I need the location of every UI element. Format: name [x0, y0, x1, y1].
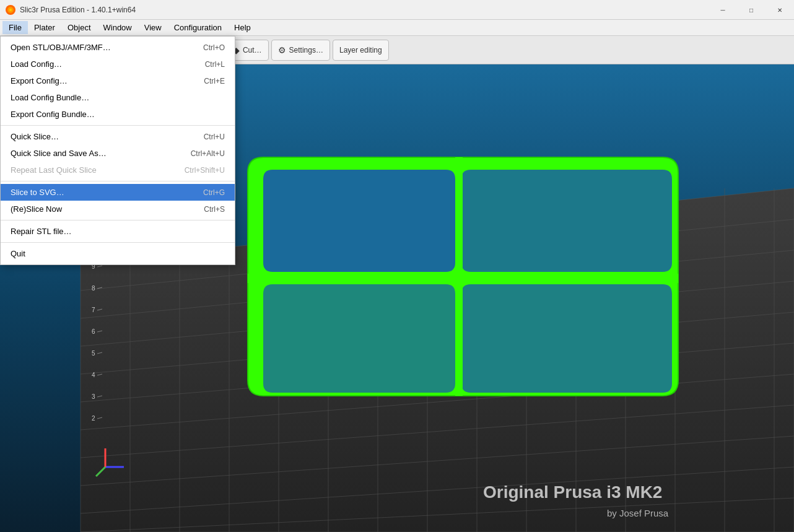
dropdown-quick-slice[interactable]: Quick Slice… Ctrl+U: [1, 128, 235, 145]
svg-rect-33: [248, 274, 678, 283]
dropdown-repeat-quick-slice: Repeat Last Quick Slice Ctrl+Shift+U: [1, 162, 235, 178]
close-button[interactable]: ✕: [766, 0, 794, 20]
dropdown-quit[interactable]: Quit: [1, 245, 235, 262]
menu-object[interactable]: Object: [61, 21, 97, 34]
dropdown-load-config[interactable]: Load Config… Ctrl+L: [1, 56, 235, 72]
svg-text:2: 2: [92, 415, 95, 422]
maximize-button[interactable]: □: [737, 0, 766, 20]
svg-rect-34: [455, 157, 463, 396]
window-title: Slic3r Prusa Edition - 1.40.1+win64: [20, 6, 136, 14]
svg-text:6: 6: [92, 328, 95, 335]
svg-text:7: 7: [92, 307, 95, 313]
layer-editing-label: Layer editing: [339, 46, 382, 55]
svg-text:by Josef Prusa: by Josef Prusa: [607, 508, 669, 518]
menu-configuration[interactable]: Configuration: [168, 21, 228, 34]
dropdown-open-stl[interactable]: Open STL/OBJ/AMF/3MF… Ctrl+O: [1, 39, 235, 56]
minimize-button[interactable]: ─: [709, 0, 737, 20]
menu-bar: File Plater Object Window View Configura…: [0, 20, 794, 36]
svg-text:8: 8: [92, 285, 95, 292]
dropdown-quick-slice-save[interactable]: Quick Slice and Save As… Ctrl+Alt+U: [1, 145, 235, 162]
svg-text:5: 5: [92, 350, 95, 357]
window-controls: ─ □ ✕: [709, 0, 794, 20]
file-dropdown: Open STL/OBJ/AMF/3MF… Ctrl+O Load Config…: [0, 36, 235, 265]
dropdown-repair-stl[interactable]: Repair STL file…: [1, 223, 235, 240]
menu-plater[interactable]: Plater: [28, 21, 61, 34]
svg-text:4: 4: [92, 372, 95, 378]
dropdown-sep-2: [1, 181, 235, 181]
dropdown-sep-4: [1, 242, 235, 243]
dropdown-export-config-bundle[interactable]: Export Config Bundle…: [1, 106, 235, 123]
svg-text:Original Prusa i3 MK2: Original Prusa i3 MK2: [483, 482, 662, 502]
layer-editing-button[interactable]: Layer editing: [333, 40, 389, 61]
settings-icon: ⚙: [278, 45, 286, 55]
dropdown-export-config[interactable]: Export Config… Ctrl+E: [1, 72, 235, 89]
dropdown-slice-to-svg[interactable]: Slice to SVG… Ctrl+G: [1, 184, 235, 201]
menu-view[interactable]: View: [138, 21, 168, 34]
menu-help[interactable]: Help: [228, 21, 257, 34]
svg-text:3: 3: [92, 393, 95, 400]
menu-file[interactable]: File: [2, 21, 28, 34]
svg-point-2: [9, 9, 12, 11]
dropdown-load-config-bundle[interactable]: Load Config Bundle…: [1, 89, 235, 106]
dropdown-reslice-now[interactable]: (Re)Slice Now Ctrl+S: [1, 201, 235, 217]
title-bar: Slic3r Prusa Edition - 1.40.1+win64 ─ □ …: [0, 0, 794, 20]
dropdown-sep-1: [1, 125, 235, 126]
menu-window[interactable]: Window: [97, 21, 138, 34]
settings-button[interactable]: ⚙ Settings…: [271, 40, 330, 61]
dropdown-sep-3: [1, 220, 235, 220]
app-icon: [5, 4, 16, 15]
